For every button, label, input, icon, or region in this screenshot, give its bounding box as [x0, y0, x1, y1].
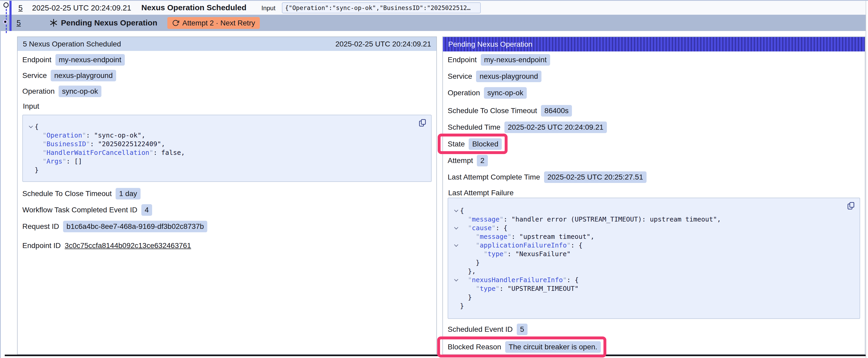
- field-label: Scheduled Time: [448, 123, 500, 131]
- json-line: "type": "NexusFailure": [448, 250, 860, 258]
- event-input-label: Input: [261, 4, 275, 12]
- input-json-viewer: {"Operation": "sync-op-ok","BusinessID":…: [22, 115, 432, 182]
- json-line: "nexusHandlerFailureInfo": {: [448, 275, 860, 284]
- field-label: Last Attempt Complete Time: [448, 173, 540, 182]
- scrollbar-gutter[interactable]: [866, 1, 868, 358]
- collapse-chevron-icon[interactable]: [454, 243, 458, 247]
- field-label: Workflow Task Completed Event ID: [22, 206, 137, 214]
- field-label: Schedule To Close Timeout: [22, 190, 112, 198]
- field-row-operation: Operation sync-op-ok: [448, 87, 527, 99]
- field-row-schedule-to-close: Schedule To Close Timeout 1 day: [22, 188, 141, 200]
- timeline-filled-dot: [3, 20, 8, 24]
- timeline-selection-bar: [9, 1, 11, 31]
- json-line: {: [448, 206, 860, 215]
- field-value-badge: my-nexus-endpoint: [481, 54, 550, 66]
- field-label: Schedule To Close Timeout: [448, 106, 537, 115]
- asterisk-icon: [50, 19, 58, 27]
- input-section-label: Input: [23, 102, 39, 110]
- field-value-badge: my-nexus-endpoint: [56, 54, 125, 66]
- field-row-blocked-reason: Blocked Reason The circuit breaker is op…: [448, 341, 601, 353]
- field-label: Operation: [22, 87, 55, 96]
- copy-icon[interactable]: [846, 201, 856, 210]
- pending-operation-header-title: Pending Nexus Operation: [448, 40, 532, 48]
- field-label: Attempt: [448, 156, 473, 165]
- event-id-link[interactable]: 5: [19, 4, 23, 12]
- json-line: "HandlerWaitForCancellation": false,: [23, 148, 431, 157]
- left-border: [0, 0, 1, 358]
- json-line: "type": "UPSTREAM_TIMEOUT": [448, 284, 860, 293]
- json-line: "message": "upstream timeout",: [448, 232, 860, 241]
- field-row-service: Service nexus-playground: [448, 70, 541, 83]
- json-line: }: [23, 166, 431, 174]
- field-label: Request ID: [22, 222, 59, 231]
- json-line: "BusinessID": "20250225122409",: [23, 140, 431, 148]
- pending-operation-title: Pending Nexus Operation: [61, 19, 157, 27]
- event-input-preview[interactable]: {"Operation":"sync-op-ok","BusinessID":"…: [282, 2, 481, 13]
- field-row-workflow-task-completed: Workflow Task Completed Event ID 4: [22, 204, 152, 216]
- field-value-badge: 5: [517, 324, 528, 335]
- event-title: Nexus Operation Scheduled: [141, 3, 246, 12]
- field-row-endpoint: Endpoint my-nexus-endpoint: [448, 54, 550, 66]
- field-label: Operation: [448, 89, 480, 97]
- field-row-schedule-to-close: Schedule To Close Timeout 86400s: [448, 105, 572, 117]
- field-row-operation: Operation sync-op-ok: [22, 85, 101, 97]
- field-label: Service: [448, 72, 472, 80]
- field-value-badge: 2025-02-25 UTC 20:25:27.51: [544, 171, 647, 183]
- json-line: }: [448, 301, 860, 310]
- failure-json-viewer: {"message": "handler error (UPSTREAM_TIM…: [448, 198, 860, 319]
- collapse-chevron-icon[interactable]: [454, 208, 458, 212]
- endpoint-id-link[interactable]: 3c0c75ccfa8144b092c13ce632463761: [65, 241, 191, 250]
- json-line: "Operation": "sync-op-ok",: [23, 131, 431, 140]
- field-row-endpoint-id: Endpoint ID 3c0c75ccfa8144b092c13ce63246…: [22, 240, 191, 252]
- row-bottom-divider: [5, 355, 868, 356]
- json-line: "message": "handler error (UPSTREAM_TIME…: [448, 215, 860, 224]
- event-detail-panel: 5 Nexus Operation Scheduled 2025-02-25 U…: [17, 36, 437, 355]
- state-value-badge: Blocked: [469, 138, 502, 150]
- event-row-scheduled[interactable]: 5 2025-02-25 UTC 20:24:09.21 Nexus Opera…: [0, 1, 866, 15]
- event-timestamp: 2025-02-25 UTC 20:24:09.21: [32, 4, 131, 12]
- pending-operation-header: Pending Nexus Operation: [443, 37, 865, 52]
- pending-operation-panel: Pending Nexus Operation Endpoint my-nexu…: [442, 36, 865, 355]
- field-value-badge: 4: [141, 204, 152, 216]
- retry-status-badge: Attempt 2 · Next Retry: [167, 17, 260, 29]
- field-row-scheduled-event-id: Scheduled Event ID 5: [448, 323, 528, 335]
- json-line: },: [448, 267, 860, 275]
- field-label: Service: [22, 71, 47, 80]
- field-value-badge: b1c6a4bc-8ee7-468a-9169-df3b02c8737b: [63, 221, 207, 232]
- field-value-badge: nexus-playground: [476, 71, 541, 82]
- copy-icon[interactable]: [418, 118, 427, 127]
- failure-section-label: Last Attempt Failure: [448, 189, 514, 197]
- field-label: Endpoint: [448, 56, 477, 64]
- json-line: }: [448, 293, 860, 301]
- field-label: Endpoint: [22, 56, 52, 64]
- field-label: State: [448, 140, 465, 148]
- field-label: Endpoint ID: [22, 241, 61, 250]
- retry-icon: [172, 20, 179, 27]
- event-detail-title: 5 Nexus Operation Scheduled: [23, 40, 121, 48]
- collapse-chevron-icon[interactable]: [454, 225, 458, 230]
- blocked-reason-badge: The circuit breaker is open.: [505, 341, 601, 353]
- field-row-request-id: Request ID b1c6a4bc-8ee7-468a-9169-df3b0…: [22, 221, 207, 232]
- event-detail-timestamp: 2025-02-25 UTC 20:24:09.21: [336, 40, 431, 48]
- field-value-badge: 86400s: [541, 105, 572, 117]
- field-row-last-attempt-complete: Last Attempt Complete Time 2025-02-25 UT…: [448, 171, 647, 183]
- collapse-chevron-icon[interactable]: [29, 124, 33, 128]
- field-row-attempt: Attempt 2: [448, 155, 488, 167]
- field-value-badge: 1 day: [116, 188, 141, 199]
- json-line: "applicationFailureInfo": {: [448, 241, 860, 250]
- collapse-chevron-icon[interactable]: [454, 278, 458, 282]
- pending-operation-row[interactable]: 5 Pending Nexus Operation Attempt 2 · Ne…: [0, 15, 866, 31]
- field-row-state: State Blocked: [448, 138, 502, 150]
- workflow-event-history-detail: 5 2025-02-25 UTC 20:24:09.21 Nexus Opera…: [0, 0, 868, 358]
- json-line: {: [23, 122, 431, 131]
- field-row-service: Service nexus-playground: [22, 70, 116, 82]
- pending-id-link[interactable]: 5: [17, 19, 21, 27]
- event-detail-header: 5 Nexus Operation Scheduled 2025-02-25 U…: [18, 37, 436, 51]
- field-row-scheduled-time: Scheduled Time 2025-02-25 UTC 20:24:09.2…: [448, 121, 607, 133]
- field-value-badge: sync-op-ok: [59, 86, 101, 97]
- field-value-badge: sync-op-ok: [484, 87, 527, 99]
- field-label: Scheduled Event ID: [448, 325, 513, 334]
- field-row-endpoint: Endpoint my-nexus-endpoint: [22, 54, 125, 66]
- field-value-badge: nexus-playground: [51, 70, 116, 82]
- json-line: }: [448, 258, 860, 267]
